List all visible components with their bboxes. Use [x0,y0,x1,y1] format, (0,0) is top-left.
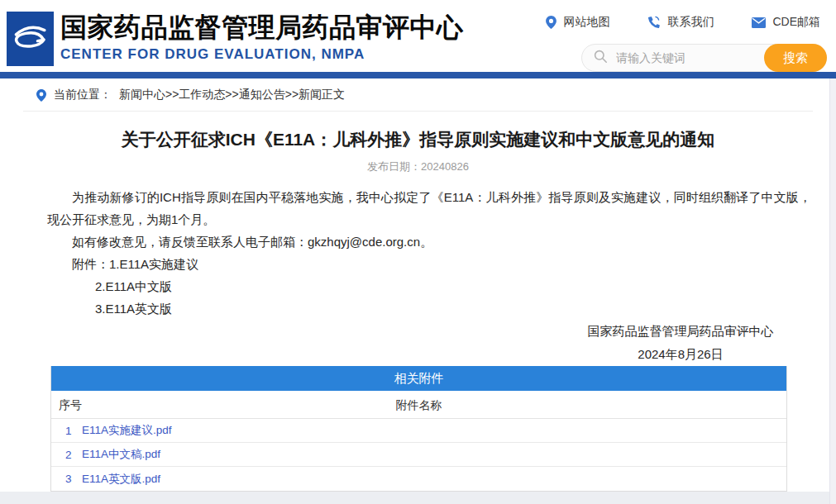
article-title: 关于公开征求ICH《E11A：儿科外推》指导原则实施建议和中文版意见的通知 [0,129,836,150]
link-cde-mail-label: CDE邮箱 [772,15,820,30]
publish-date-label: 发布日期： [367,160,421,173]
search-input[interactable] [614,50,747,65]
search-bar: 搜索 [581,44,827,72]
article-body: 为推动新修订的ICH指导原则在国内平稳落地实施，我中心拟定了《E11A：儿科外推… [0,186,836,320]
attachments-table-column-headers: 序号 附件名称 [51,391,786,419]
map-pin-icon [546,16,557,29]
column-header-filename: 附件名称 [51,391,786,419]
org-name-en: CENTER FOR DRUG EVALUATION, NMPA [60,46,464,63]
attachment-item-1: 1.E11A实施建议 [109,257,198,271]
attachments-table: 相关附件 序号 附件名称 1 E11A实施建议.pdf 2 E11A中文稿.pd… [50,366,787,492]
signer-name: 国家药品监督管理局药品审评中心 [581,320,780,343]
link-sitemap[interactable]: 网站地图 [546,15,609,30]
paragraph-1: 为推动新修订的ICH指导原则在国内平稳落地实施，我中心拟定了《E11A：儿科外推… [47,186,811,231]
search-button[interactable]: 搜索 [764,44,827,72]
link-contact-label: 联系我们 [667,15,714,30]
breadcrumb: 当前位置：新闻中心>>工作动态>>通知公告>>新闻正文 [23,78,813,112]
location-pin-icon [36,89,46,102]
site-header: 国家药品监督管理局药品审评中心 CENTER FOR DRUG EVALUATI… [0,0,836,72]
sign-date: 2024年8月26日 [581,343,780,366]
swoosh-logo-icon [12,21,50,56]
attachment-item-2: 2.E11A中文版 [47,275,811,297]
scrollbar[interactable] [829,78,836,504]
table-row: 3 E11A英文版.pdf [51,467,786,491]
page-bottom-strip [0,492,836,504]
search-field-wrapper: 搜索 [581,44,827,72]
attachments-table-title: 相关附件 [51,366,786,391]
attachments-label: 附件： [72,257,109,271]
attachment-file-link[interactable]: E11A实施建议.pdf [82,423,172,438]
quick-links: 网站地图 联系我们 CDE邮箱 [546,15,820,30]
phone-icon [647,16,661,29]
attachment-file-link[interactable]: E11A英文版.pdf [82,472,160,487]
breadcrumb-path[interactable]: 新闻中心>>工作动态>>通知公告>>新闻正文 [119,88,345,102]
breadcrumb-prefix: 当前位置： [54,88,112,102]
org-title-block: 国家药品监督管理局药品审评中心 CENTER FOR DRUG EVALUATI… [60,12,464,63]
table-row: 1 E11A实施建议.pdf [51,419,786,443]
paragraph-2: 如有修改意见，请反馈至联系人电子邮箱：gkzhqyj@cde.org.cn。 [47,231,811,253]
link-contact[interactable]: 联系我们 [647,15,714,30]
page: 国家药品监督管理局药品审评中心 CENTER FOR DRUG EVALUATI… [0,0,836,504]
link-sitemap-label: 网站地图 [563,15,609,30]
publish-date-value: 20240826 [421,160,469,173]
row-number: 2 [65,449,82,461]
org-name-zh: 国家药品监督管理局药品审评中心 [60,12,464,42]
link-cde-mail[interactable]: CDE邮箱 [752,15,820,30]
attachment-item-3: 3.E11A英文版 [47,297,811,320]
attachments-intro-line: 附件：1.E11A实施建议 [47,253,811,275]
header-divider-bar [0,72,836,78]
cde-logo[interactable] [7,12,54,66]
table-row: 2 E11A中文稿.pdf [51,443,786,467]
mail-icon [752,17,766,28]
publish-date: 发布日期：20240826 [0,159,836,174]
search-icon [594,50,608,67]
row-number: 1 [65,425,82,437]
attachment-file-link[interactable]: E11A中文稿.pdf [82,447,160,462]
row-number: 3 [65,473,82,485]
signature-block: 国家药品监督管理局药品审评中心 2024年8月26日 [581,320,780,366]
